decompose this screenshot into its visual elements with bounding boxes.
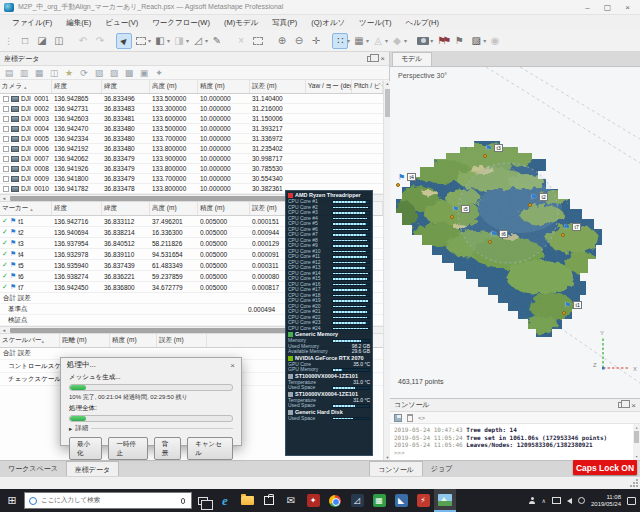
undock-pane-icon[interactable] — [367, 56, 374, 62]
minimize-dialog-button[interactable]: 最小化 — [69, 437, 102, 460]
resize-grip[interactable] — [630, 479, 638, 487]
chrome-button[interactable] — [324, 489, 346, 512]
marker-check-icon[interactable]: ✓ — [2, 217, 8, 225]
convert-reference-icon[interactable]: ▦ — [33, 68, 45, 78]
clear-log-icon[interactable] — [407, 414, 413, 422]
navigation-icon[interactable]: ✛ — [308, 33, 324, 49]
cancel-button[interactable]: キャンセル — [187, 437, 233, 460]
camera-checkbox[interactable] — [3, 96, 9, 102]
taskbar-clock[interactable]: 11:08 2019/05/24 — [591, 494, 621, 508]
camera-row[interactable]: DJI_0006 136.942192 36.833480 133.800000… — [0, 144, 389, 154]
pinned-app-1-button[interactable]: ✦ — [302, 489, 324, 512]
minimize-button[interactable]: – — [585, 3, 589, 12]
show-texture-icon[interactable]: ▨ — [468, 33, 484, 49]
close-button[interactable]: × — [625, 3, 630, 12]
camera-row[interactable]: DJI_0001 136.942865 36.833496 133.500000… — [0, 94, 389, 104]
magic-wand-icon[interactable]: ✦ — [153, 68, 165, 78]
tab-model[interactable]: モデル — [392, 52, 432, 66]
marker-check-icon[interactable]: ✓ — [2, 250, 8, 258]
camera-row[interactable]: DJI_0004 136.942470 36.833480 133.500000… — [0, 124, 389, 134]
toolbar-handle[interactable]: ⋮ — [4, 36, 11, 46]
scrollbar-thumb[interactable] — [634, 431, 639, 443]
marker-check-icon[interactable]: ✓ — [2, 239, 8, 247]
reference-vscrollbar[interactable]: ▴ ▾ — [383, 81, 390, 460]
menu-photo[interactable]: 写真(P) — [266, 16, 303, 30]
rectangle-select-icon[interactable] — [133, 33, 149, 49]
tab-workspace[interactable]: ワークスペース — [0, 461, 66, 476]
details-expander[interactable]: ▸ 詳細 — [69, 424, 233, 433]
show-grid-icon[interactable]: ▦ — [351, 33, 367, 49]
sort-asc-icon[interactable]: ▴ — [42, 338, 45, 344]
marker-check-icon[interactable]: ✓ — [2, 272, 8, 280]
update-transform-icon[interactable]: ⟳ — [78, 68, 90, 78]
import-reference-icon[interactable]: ▤ — [3, 68, 15, 78]
tray-settings-icon[interactable] — [578, 497, 585, 504]
show-mesh-icon[interactable]: ◬ — [370, 33, 386, 49]
camera-row[interactable]: DJI_0003 136.942603 36.833481 133.600000… — [0, 114, 389, 124]
task-view-button[interactable] — [192, 489, 214, 512]
zoom-out-icon[interactable]: ⊖ — [291, 33, 307, 49]
rotate-object-icon[interactable]: ◨ — [171, 33, 187, 49]
view-estimated-icon[interactable]: ▨ — [108, 68, 120, 78]
menu-help[interactable]: ヘルプ(H) — [400, 16, 445, 30]
save-log-icon[interactable] — [394, 414, 402, 422]
scroll-left-icon[interactable]: ◂ — [0, 195, 8, 201]
camera-checkbox[interactable] — [3, 126, 9, 132]
store-button[interactable] — [258, 489, 280, 512]
draw-tool-icon[interactable]: ✎ — [209, 33, 225, 49]
menu-file[interactable]: ファイル(F) — [6, 16, 58, 30]
crop-icon[interactable] — [250, 33, 266, 49]
pinned-app-2-button[interactable]: ◿ — [346, 489, 368, 512]
open-project-icon[interactable]: ◪ — [34, 33, 50, 49]
scrollbar-thumb[interactable] — [10, 196, 310, 201]
pinned-app-3-button[interactable]: ▦ — [368, 489, 390, 512]
delete-icon[interactable]: × — [233, 33, 249, 49]
optimize-cameras-icon[interactable]: ★ — [63, 68, 75, 78]
tab-jobs[interactable]: ジョブ — [423, 461, 461, 476]
pause-button[interactable]: 一時停止 — [108, 437, 147, 460]
background-button[interactable]: 背景 — [154, 437, 182, 460]
camera-checkbox[interactable] — [3, 156, 9, 162]
marker-check-icon[interactable]: ✓ — [2, 228, 8, 236]
menu-ortho[interactable]: (Q)オルソ — [305, 16, 351, 30]
action-center-icon[interactable] — [627, 497, 636, 505]
reference-settings-icon[interactable]: ▣ — [138, 68, 150, 78]
undock-pane-icon[interactable] — [618, 402, 625, 408]
pinned-app-4-button[interactable]: ◣ — [390, 489, 412, 512]
menu-view[interactable]: ビュー(V) — [99, 16, 144, 30]
console-vscrollbar[interactable]: ▴ ▾ — [633, 424, 640, 460]
scroll-left-icon[interactable]: ◂ — [0, 327, 8, 333]
mail-button[interactable]: ✉ — [280, 489, 302, 512]
microphone-icon[interactable] — [181, 498, 185, 504]
zoom-in-icon[interactable]: ⊕ — [274, 33, 290, 49]
redo-icon[interactable]: ↷ — [92, 33, 108, 49]
camera-checkbox[interactable] — [3, 106, 9, 112]
tab-reference[interactable]: 座標データ — [66, 461, 119, 476]
save-project-icon[interactable]: ◫ — [51, 33, 67, 49]
tab-console[interactable]: コンソール — [369, 461, 423, 476]
region-resize-icon[interactable]: ◿ — [190, 33, 206, 49]
notifications-icon[interactable]: ◉ — [487, 33, 503, 49]
metashape-taskbar-button[interactable] — [434, 489, 456, 512]
scrollbar-thumb[interactable] — [10, 328, 310, 333]
move-object-icon[interactable]: ◧ — [152, 33, 168, 49]
sort-asc-icon[interactable]: ▴ — [30, 206, 33, 212]
camera-row[interactable]: DJI_0009 136.941800 36.833479 133.700000… — [0, 174, 389, 184]
camera-checkbox[interactable] — [3, 116, 9, 122]
speaker-icon[interactable] — [567, 498, 572, 504]
camera-checkbox[interactable] — [3, 166, 9, 172]
view-errors-icon[interactable]: ▩ — [123, 68, 135, 78]
people-icon[interactable] — [529, 497, 536, 504]
camera-row[interactable]: DJI_0007 136.942062 36.833479 133.900000… — [0, 154, 389, 164]
marker-check-icon[interactable]: ✓ — [2, 283, 8, 291]
cursor-tool-icon[interactable]: ► — [116, 33, 132, 49]
show-points-icon[interactable]: ∷ — [332, 33, 348, 49]
sort-asc-icon[interactable]: ▴ — [24, 84, 27, 90]
network-icon[interactable] — [552, 497, 561, 504]
camera-row[interactable]: DJI_0002 136.942731 36.833483 133.300000… — [0, 104, 389, 114]
print-reference-icon[interactable]: ◫ — [48, 68, 60, 78]
show-flags-icon[interactable]: ⚑ — [451, 33, 467, 49]
script-icon[interactable]: <> — [418, 415, 425, 421]
undo-icon[interactable]: ↶ — [75, 33, 91, 49]
show-cameras-icon[interactable] — [415, 33, 431, 49]
